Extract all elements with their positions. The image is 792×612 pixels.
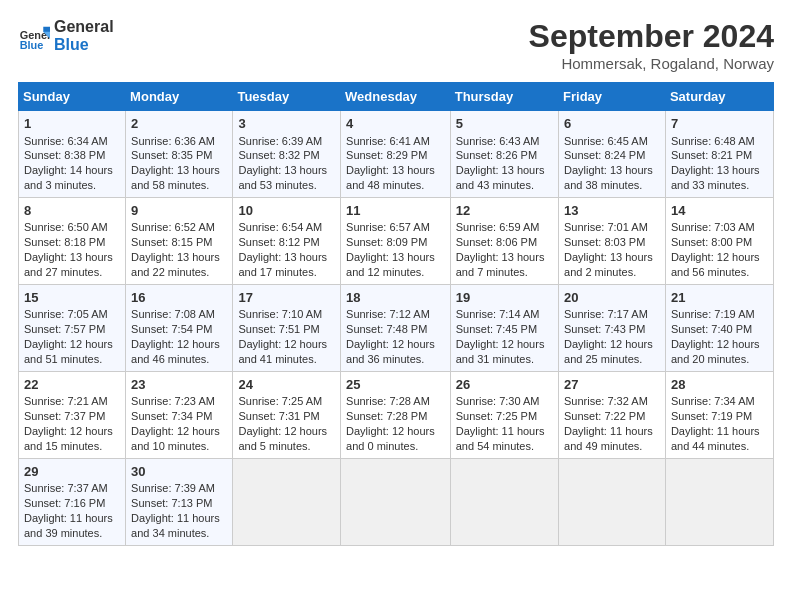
day-info-line: Daylight: 12 hours — [564, 337, 660, 352]
calendar-cell: 14Sunrise: 7:03 AMSunset: 8:00 PMDayligh… — [665, 197, 773, 284]
svg-text:Blue: Blue — [20, 38, 44, 50]
day-of-week-header: Monday — [126, 83, 233, 111]
calendar-cell — [233, 458, 341, 545]
day-info-line: and 15 minutes. — [24, 439, 120, 454]
day-info-line: Sunset: 8:06 PM — [456, 235, 553, 250]
day-number: 17 — [238, 289, 335, 307]
day-of-week-header: Saturday — [665, 83, 773, 111]
day-info-line: Sunset: 8:35 PM — [131, 148, 227, 163]
calendar-cell: 21Sunrise: 7:19 AMSunset: 7:40 PMDayligh… — [665, 284, 773, 371]
day-of-week-header: Wednesday — [341, 83, 451, 111]
day-info-line: Sunrise: 6:43 AM — [456, 134, 553, 149]
day-info-line: and 51 minutes. — [24, 352, 120, 367]
day-info-line: and 33 minutes. — [671, 178, 768, 193]
calendar-cell: 23Sunrise: 7:23 AMSunset: 7:34 PMDayligh… — [126, 371, 233, 458]
logo: General Blue General Blue — [18, 18, 114, 53]
calendar-cell: 15Sunrise: 7:05 AMSunset: 7:57 PMDayligh… — [19, 284, 126, 371]
day-number: 22 — [24, 376, 120, 394]
day-info-line: and 20 minutes. — [671, 352, 768, 367]
day-info-line: and 56 minutes. — [671, 265, 768, 280]
day-info-line: Daylight: 13 hours — [564, 163, 660, 178]
day-info-line: Daylight: 12 hours — [238, 337, 335, 352]
day-info-line: and 0 minutes. — [346, 439, 445, 454]
month-year: September 2024 — [529, 18, 774, 55]
day-info-line: Sunset: 8:15 PM — [131, 235, 227, 250]
day-info-line: Sunrise: 7:10 AM — [238, 307, 335, 322]
day-number: 3 — [238, 115, 335, 133]
day-info-line: and 43 minutes. — [456, 178, 553, 193]
day-info-line: Sunset: 7:57 PM — [24, 322, 120, 337]
calendar-cell: 28Sunrise: 7:34 AMSunset: 7:19 PMDayligh… — [665, 371, 773, 458]
day-info-line: Daylight: 11 hours — [24, 511, 120, 526]
day-of-week-header: Thursday — [450, 83, 558, 111]
calendar-cell: 2Sunrise: 6:36 AMSunset: 8:35 PMDaylight… — [126, 111, 233, 198]
day-info-line: Sunset: 7:51 PM — [238, 322, 335, 337]
day-info-line: Sunrise: 7:32 AM — [564, 394, 660, 409]
location: Hommersak, Rogaland, Norway — [529, 55, 774, 72]
day-info-line: Sunrise: 7:05 AM — [24, 307, 120, 322]
calendar-week-row: 1Sunrise: 6:34 AMSunset: 8:38 PMDaylight… — [19, 111, 774, 198]
calendar-cell: 6Sunrise: 6:45 AMSunset: 8:24 PMDaylight… — [559, 111, 666, 198]
calendar-cell: 27Sunrise: 7:32 AMSunset: 7:22 PMDayligh… — [559, 371, 666, 458]
calendar-cell: 26Sunrise: 7:30 AMSunset: 7:25 PMDayligh… — [450, 371, 558, 458]
day-of-week-header: Sunday — [19, 83, 126, 111]
day-number: 24 — [238, 376, 335, 394]
day-info-line: Sunrise: 7:37 AM — [24, 481, 120, 496]
day-info-line: and 49 minutes. — [564, 439, 660, 454]
day-info-line: and 39 minutes. — [24, 526, 120, 541]
calendar-cell: 22Sunrise: 7:21 AMSunset: 7:37 PMDayligh… — [19, 371, 126, 458]
calendar-cell: 30Sunrise: 7:39 AMSunset: 7:13 PMDayligh… — [126, 458, 233, 545]
day-info-line: Daylight: 12 hours — [671, 337, 768, 352]
day-info-line: Sunrise: 6:57 AM — [346, 220, 445, 235]
calendar-cell: 10Sunrise: 6:54 AMSunset: 8:12 PMDayligh… — [233, 197, 341, 284]
day-number: 10 — [238, 202, 335, 220]
day-info-line: and 3 minutes. — [24, 178, 120, 193]
day-info-line: Daylight: 12 hours — [238, 424, 335, 439]
calendar: SundayMondayTuesdayWednesdayThursdayFrid… — [18, 82, 774, 546]
day-info-line: Sunset: 7:31 PM — [238, 409, 335, 424]
day-info-line: Daylight: 13 hours — [131, 163, 227, 178]
day-number: 13 — [564, 202, 660, 220]
calendar-cell — [341, 458, 451, 545]
day-info-line: Sunset: 7:16 PM — [24, 496, 120, 511]
day-info-line: and 12 minutes. — [346, 265, 445, 280]
calendar-cell: 9Sunrise: 6:52 AMSunset: 8:15 PMDaylight… — [126, 197, 233, 284]
day-info-line: Sunset: 8:26 PM — [456, 148, 553, 163]
day-info-line: Daylight: 14 hours — [24, 163, 120, 178]
day-info-line: Daylight: 11 hours — [671, 424, 768, 439]
calendar-cell — [450, 458, 558, 545]
calendar-week-row: 22Sunrise: 7:21 AMSunset: 7:37 PMDayligh… — [19, 371, 774, 458]
day-number: 29 — [24, 463, 120, 481]
calendar-cell — [559, 458, 666, 545]
day-info-line: Sunset: 7:13 PM — [131, 496, 227, 511]
day-number: 15 — [24, 289, 120, 307]
day-info-line: Sunrise: 6:50 AM — [24, 220, 120, 235]
day-info-line: Daylight: 11 hours — [564, 424, 660, 439]
day-info-line: and 44 minutes. — [671, 439, 768, 454]
day-info-line: Daylight: 13 hours — [238, 163, 335, 178]
logo-general: General — [54, 18, 114, 36]
day-info-line: Daylight: 13 hours — [131, 250, 227, 265]
day-info-line: Sunrise: 6:45 AM — [564, 134, 660, 149]
day-number: 19 — [456, 289, 553, 307]
day-info-line: Sunset: 7:19 PM — [671, 409, 768, 424]
day-info-line: Sunrise: 7:08 AM — [131, 307, 227, 322]
day-info-line: Daylight: 13 hours — [346, 163, 445, 178]
day-info-line: Sunset: 8:21 PM — [671, 148, 768, 163]
day-info-line: Sunrise: 6:52 AM — [131, 220, 227, 235]
day-info-line: and 38 minutes. — [564, 178, 660, 193]
day-info-line: Daylight: 12 hours — [346, 337, 445, 352]
day-info-line: Sunset: 7:22 PM — [564, 409, 660, 424]
day-info-line: Daylight: 12 hours — [24, 424, 120, 439]
calendar-cell: 19Sunrise: 7:14 AMSunset: 7:45 PMDayligh… — [450, 284, 558, 371]
calendar-week-row: 15Sunrise: 7:05 AMSunset: 7:57 PMDayligh… — [19, 284, 774, 371]
calendar-cell: 29Sunrise: 7:37 AMSunset: 7:16 PMDayligh… — [19, 458, 126, 545]
day-info-line: and 25 minutes. — [564, 352, 660, 367]
calendar-cell: 16Sunrise: 7:08 AMSunset: 7:54 PMDayligh… — [126, 284, 233, 371]
day-info-line: Sunset: 8:09 PM — [346, 235, 445, 250]
day-info-line: Daylight: 13 hours — [238, 250, 335, 265]
day-info-line: and 58 minutes. — [131, 178, 227, 193]
day-info-line: Sunrise: 7:12 AM — [346, 307, 445, 322]
day-number: 23 — [131, 376, 227, 394]
calendar-cell: 8Sunrise: 6:50 AMSunset: 8:18 PMDaylight… — [19, 197, 126, 284]
